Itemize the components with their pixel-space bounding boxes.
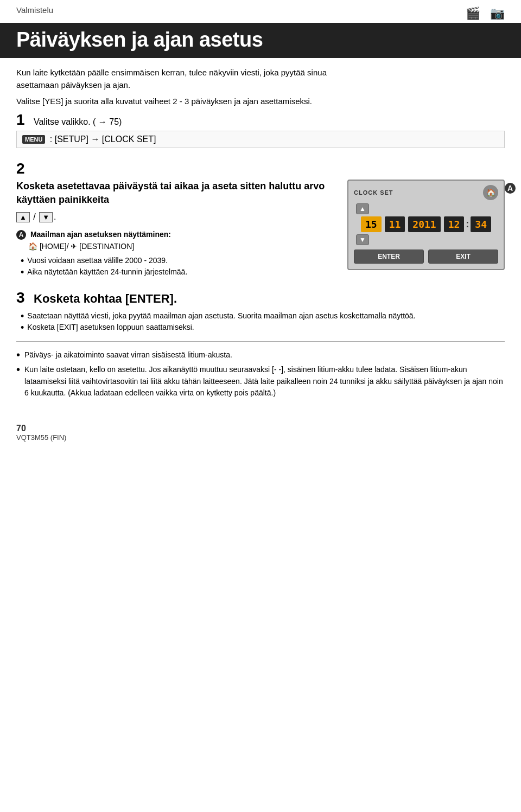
clock-cell-year[interactable]: 2011 [408, 216, 440, 232]
note-text1: Päiväys- ja aikatoiminto saavat virran s… [24, 349, 232, 361]
clock-bottom-row: ENTER EXIT [354, 250, 498, 264]
step3-bullet-dot2: • [21, 323, 24, 333]
step3-bullets: • Saatetaan näyttää viesti, joka pyytää … [16, 311, 505, 333]
up-arrow-box: ▲ [16, 212, 30, 222]
clock-up-row: ▲ [354, 203, 498, 214]
plane-icon: ✈ [71, 242, 77, 251]
section-divider [16, 341, 505, 342]
bullet-dot1: • [21, 256, 24, 266]
menu-badge: MENU [22, 135, 45, 144]
home-label: [HOME]/ [40, 242, 69, 251]
step2-number: 2 [16, 161, 28, 176]
bullet2-text: Aika näytetään käyttäen 24-tunnin järjes… [27, 267, 187, 277]
camera-icon: 📷 [490, 7, 505, 21]
clock-cell-month[interactable]: 11 [385, 216, 405, 232]
slash-separator: / [31, 212, 38, 222]
step3-bullet1: • Saatetaan näyttää viesti, joka pyytää … [21, 311, 505, 321]
clock-cell-hour[interactable]: 12 [444, 216, 465, 232]
title-bar: Päiväyksen ja ajan asetus [0, 23, 521, 58]
main-content: Kun laite kytketään päälle ensimmäisen k… [0, 58, 521, 413]
note-circle-a: A [16, 230, 26, 240]
page-title: Päiväyksen ja ajan asetus [16, 28, 505, 52]
video-icon: 🎬 [466, 7, 480, 21]
bullet1-text: Vuosi voidaan asettaa välille 2000 - 203… [27, 256, 168, 266]
label-a: A [505, 183, 516, 194]
setup-text: : [SETUP] → [CLOCK SET] [50, 135, 156, 144]
intro-line3: Valitse [YES] ja suorita alla kuvatut va… [16, 95, 505, 108]
top-icons: 🎬 📷 [466, 7, 505, 21]
clock-cell-minute[interactable]: 34 [471, 216, 491, 232]
period: . [54, 212, 56, 222]
step1-number: 1 [16, 112, 28, 127]
note-block: A Maailman ajan asetuksen näyttäminen: 🏠… [16, 230, 336, 251]
clock-home-icon: 🏠 [483, 185, 498, 200]
setup-line: MENU : [SETUP] → [CLOCK SET] [16, 131, 505, 148]
clock-enter-button[interactable]: ENTER [354, 250, 424, 264]
step2-block: 2 Kosketa asetettavaa päiväystä tai aika… [16, 161, 505, 283]
note-item1: • Päiväys- ja aikatoiminto saavat virran… [16, 349, 505, 361]
note-label-row: A Maailman ajan asetuksen näyttäminen: [16, 230, 336, 240]
note-label-text: Maailman ajan asetuksen näyttäminen: [30, 230, 171, 239]
step1-header: 1 Valitse valikko. ( → 75) [16, 112, 505, 127]
page-footer: 70 VQT3M55 (FIN) [0, 413, 521, 447]
step2-bullet1: • Vuosi voidaan asettaa välille 2000 - 2… [21, 256, 336, 266]
note-sub-home: 🏠 [HOME]/ ✈ [DESTINATION] [28, 242, 336, 251]
footer-page-number: 70 [16, 424, 505, 433]
step2-text: Kosketa asetettavaa päiväystä tai aikaa … [16, 180, 336, 283]
step2-bullet2: • Aika näytetään käyttäen 24-tunnin järj… [21, 267, 336, 277]
note-item2: • Kun laite ostetaan, kello on asetettu.… [16, 364, 505, 399]
home-icon: 🏠 [28, 242, 37, 251]
destination-label: [DESTINATION] [79, 242, 134, 251]
clock-colon: : [466, 219, 469, 230]
clock-set-display: CLOCK SET 🏠 A ▲ 15 11 2011 12 : 34 [347, 180, 505, 270]
footer-code: VQT3M55 (FIN) [16, 433, 505, 442]
intro-line1: Kun laite kytketään päälle ensimmäisen k… [16, 67, 505, 91]
step3-block: 3 Kosketa kohtaa [ENTER]. • Saatetaan nä… [16, 290, 505, 333]
step3-bold-text: Kosketa kohtaa [ENTER]. [34, 292, 177, 306]
step1-block: 1 Valitse valikko. ( → 75) MENU : [SETUP… [16, 112, 505, 154]
step3-bullet-dot1: • [21, 311, 24, 321]
step3-bullet2: • Kosketa [EXIT] asetuksen loppuun saatt… [21, 323, 505, 333]
note-bullet2: • [16, 364, 20, 375]
step2-bullets: • Vuosi voidaan asettaa välille 2000 - 2… [16, 256, 336, 277]
step2-content: Kosketa asetettavaa päiväystä tai aikaa … [16, 180, 505, 283]
clock-down-arrow[interactable]: ▼ [356, 234, 369, 245]
step2-header: 2 [16, 161, 505, 176]
step1-label: Valitse valikko. ( → 75) [34, 117, 122, 127]
notes-section: • Päiväys- ja aikatoiminto saavat virran… [16, 349, 505, 399]
valmistelu-label: Valmistelu [16, 5, 53, 15]
clock-up-arrow[interactable]: ▲ [356, 203, 369, 214]
clock-down-row: ▼ [354, 234, 498, 245]
clock-title-text: CLOCK SET [354, 189, 393, 196]
bullet-dot2: • [21, 267, 24, 277]
step2-bold-text: Kosketa asetettavaa päiväystä tai aikaa … [16, 180, 336, 207]
clock-time-row: 15 11 2011 12 : 34 [354, 216, 498, 232]
updown-icons: ▲ / ▼ . [16, 212, 56, 222]
clock-header-row: CLOCK SET 🏠 [354, 185, 498, 200]
top-header: Valmistelu 🎬 📷 [0, 0, 521, 23]
note-bullet1: • [16, 349, 20, 360]
note-text2: Kun laite ostetaan, kello on asetettu. J… [24, 364, 505, 399]
step3-bullet1-text: Saatetaan näyttää viesti, joka pyytää ma… [27, 311, 415, 321]
clock-cell-day[interactable]: 15 [361, 216, 382, 232]
down-arrow-box: ▼ [39, 212, 53, 222]
step3-bullet2-text: Kosketa [EXIT] asetuksen loppuun saattam… [27, 323, 194, 333]
step3-number: 3 [16, 290, 28, 305]
step3-header: 3 Kosketa kohtaa [ENTER]. [16, 290, 505, 306]
clock-exit-button[interactable]: EXIT [428, 250, 498, 264]
